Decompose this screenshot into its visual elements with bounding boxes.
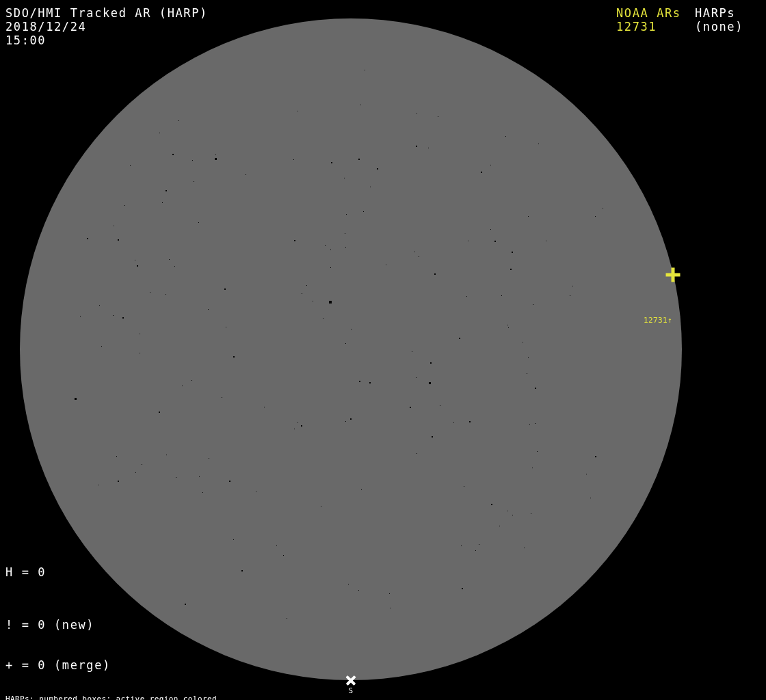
solar-harp-frame: SDO/HMI Tracked AR (HARP) 2018/12/24 15:… [0,0,766,700]
noaa-ar-number-label: 12731↑ [644,317,672,325]
south-pole-x-marker [345,675,357,686]
frame-time: 15:00 [5,33,46,47]
harps-column-header: HARPs [695,6,735,20]
frame-date: 2018/12/24 [5,20,86,33]
cross-vertical-bar [672,268,675,282]
footer-line-harps: HARPs: numbered boxes; active region col… [5,695,284,700]
noaa-ars-value: 12731 [616,20,657,33]
page-title: SDO/HMI Tracked AR (HARP) [5,6,208,20]
noaa-ar-cross-marker [666,268,681,282]
flag-line-merge: + = 0 (merge) [5,659,159,672]
flag-line-new: ! = 0 (new) [5,619,159,632]
harps-value: (none) [695,20,743,33]
harp-count-line: H = 0 [5,565,46,579]
footer-caption: HARPs: numbered boxes; active region col… [5,679,284,700]
south-pole-label: S [348,687,353,695]
noaa-ars-column-header: NOAA ARs [616,6,681,20]
